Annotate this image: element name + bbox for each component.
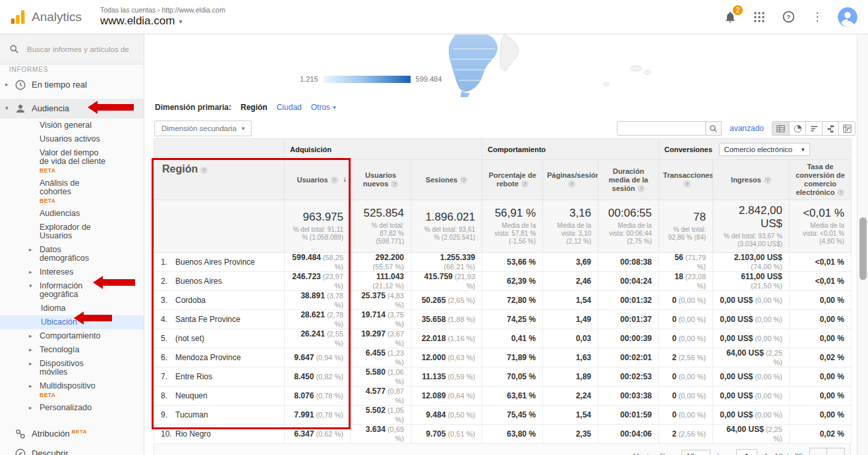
sidebar-item-explorador-de-usuarios[interactable]: Explorador de Usuarios bbox=[0, 221, 144, 243]
sidebar-item-en-tiempo-real[interactable]: ▸En tiempo real bbox=[0, 75, 144, 95]
table-pagination: Mostrar filas: 10 ▾ Ir a: 1 - 10 de 25 ‹… bbox=[154, 444, 851, 455]
sidebar-item-informacion-geografica[interactable]: ▾Información geográfica bbox=[0, 279, 144, 302]
metric-cell: 56 (71,79 %) bbox=[659, 253, 713, 272]
analytics-logo[interactable]: Analytics bbox=[0, 9, 88, 26]
column-header-tasa-de-conversion-de-comercio-electronico[interactable]: Tasa de conversión de comercio electróni… bbox=[790, 160, 852, 200]
sidebar-item-tecnologia[interactable]: ▸Tecnología bbox=[0, 343, 144, 357]
expand-icon[interactable]: ▸ bbox=[29, 246, 40, 254]
region-cell[interactable]: 7.Entre Rios bbox=[154, 367, 285, 387]
sidebar-item-label: Comportamiento bbox=[40, 332, 100, 340]
sidebar-item-valor-del-tiempo-de-vida-del-cliente[interactable]: Valor del tiempo de vida del clienteBETA bbox=[0, 146, 144, 176]
dimension-option-ciudad[interactable]: Ciudad bbox=[277, 103, 302, 112]
collapse-icon[interactable]: ▾ bbox=[29, 282, 40, 290]
sidebar-item-audiencia[interactable]: ▾Audiencia bbox=[0, 99, 144, 119]
dimension-option-otros[interactable]: Otros ▾ bbox=[311, 103, 336, 112]
region-cell[interactable]: 1.Buenos Aires Province bbox=[154, 253, 285, 272]
region-cell[interactable]: 10.Rio Negro bbox=[154, 425, 285, 444]
sidebar-item-audiencias[interactable]: Audiencias bbox=[0, 207, 144, 221]
column-header-usuarios-nuevos[interactable]: Usuarios nuevos? bbox=[351, 160, 411, 200]
metric-cell: 5.502 (1,05 %) bbox=[351, 406, 411, 425]
sidebar-item-dispositivos-moviles[interactable]: ▸Dispositivos móviles bbox=[0, 357, 144, 379]
metric-value: 0,00 % bbox=[820, 296, 844, 305]
expand-icon[interactable]: ▸ bbox=[5, 79, 14, 90]
help-icon[interactable]: ? bbox=[780, 9, 797, 26]
expand-icon[interactable]: ▸ bbox=[29, 332, 40, 340]
sidebar-item-atribucion[interactable]: AtribuciónBETA bbox=[0, 424, 144, 444]
more-options-icon[interactable]: ⋮ bbox=[809, 9, 826, 26]
breadcrumb[interactable]: Todas las cuentas › http://www.eldia.com bbox=[100, 6, 225, 14]
secondary-dimension-button[interactable]: Dimensión secundaria ▾ bbox=[154, 120, 252, 136]
sidebar-item-personalizado[interactable]: ▸Personalizado bbox=[0, 401, 144, 415]
next-page-button[interactable]: › bbox=[827, 448, 845, 455]
pivot-view-icon[interactable] bbox=[838, 122, 855, 135]
sidebar-item-intereses[interactable]: ▸Intereses bbox=[0, 265, 144, 279]
region-cell[interactable]: 6.Mendoza Province bbox=[154, 348, 285, 367]
rows-per-page-value: 10 bbox=[687, 452, 695, 455]
performance-view-icon[interactable] bbox=[805, 122, 822, 135]
column-label: Porcentaje de rebote bbox=[488, 171, 536, 188]
region-name: Santa Fe Province bbox=[175, 315, 241, 324]
help-icon: ? bbox=[568, 180, 575, 188]
column-header-transacciones[interactable]: Transacciones? bbox=[659, 160, 713, 200]
summary-subtext: Media de la vista: 57,81 % (-1,56 %) bbox=[489, 222, 536, 246]
sidebar-item-multidispositivo[interactable]: ▸MultidispositivoBETA bbox=[0, 379, 144, 401]
column-header-region[interactable]: Región? bbox=[154, 139, 285, 200]
region-cell[interactable]: 4.Santa Fe Province bbox=[154, 310, 285, 329]
metric-value: 50.265 bbox=[422, 296, 446, 305]
comparison-view-icon[interactable] bbox=[822, 122, 838, 135]
region-cell[interactable]: 3.Cordoba bbox=[154, 291, 285, 310]
sidebar-item-label: Audiencia bbox=[32, 103, 69, 114]
report-table-head: Región?AdquisiciónComportamientoConversi… bbox=[154, 139, 852, 200]
goto-page-input[interactable] bbox=[736, 449, 757, 455]
sidebar-item-datos-demograficos[interactable]: ▸Datos demográficos bbox=[0, 243, 144, 265]
column-group-conversiones: ConversionesComercio electrónico▾ bbox=[659, 139, 852, 160]
sidebar-item-vision-general[interactable]: Visión general bbox=[0, 119, 144, 132]
dimension-option-region[interactable]: Región bbox=[241, 103, 268, 112]
region-cell[interactable]: 2.Buenos Aires bbox=[154, 272, 285, 291]
metric-percentage: (1,16 %) bbox=[446, 335, 475, 342]
metric-cell: 0 (0,00 %) bbox=[659, 291, 713, 310]
table-row: 4.Santa Fe Province28.621 (2,78 %)19.714… bbox=[154, 310, 852, 329]
percentage-view-icon[interactable] bbox=[789, 122, 805, 135]
table-search-input[interactable] bbox=[617, 121, 706, 136]
expand-icon[interactable]: ▸ bbox=[29, 346, 40, 354]
sidebar-item-usuarios-activos[interactable]: Usuarios activos bbox=[0, 132, 144, 146]
sidebar-item-ubicacion[interactable]: Ubicación bbox=[0, 315, 144, 329]
column-header-paginas-sesion[interactable]: Páginas/sesión? bbox=[543, 160, 598, 200]
column-header-sesiones[interactable]: Sesiones? bbox=[411, 160, 482, 200]
column-header-usuarios[interactable]: Usuarios?↓ bbox=[285, 160, 351, 200]
sidebar-item-comportamiento[interactable]: ▸Comportamiento bbox=[0, 329, 144, 343]
column-header-porcentaje-de-rebote[interactable]: Porcentaje de rebote? bbox=[482, 160, 543, 200]
metric-percentage: (0,82 %) bbox=[314, 373, 343, 381]
region-cell[interactable]: 9.Tucuman bbox=[154, 406, 285, 425]
metric-value: 2,35 bbox=[576, 429, 591, 439]
sidebar-item-descubrir[interactable]: Descubrir bbox=[0, 444, 144, 455]
column-header-duracion-media-de-la-sesion[interactable]: Duración media de la sesión? bbox=[598, 160, 659, 200]
scrollbar-thumb[interactable] bbox=[859, 217, 867, 280]
sidebar-search[interactable]: Buscar informes y artículos de bbox=[0, 34, 144, 65]
expand-icon[interactable]: ▸ bbox=[29, 382, 40, 390]
metric-cell: 0 (0,00 %) bbox=[659, 310, 713, 329]
account-selector[interactable]: www.eldia.com ▾ bbox=[100, 14, 225, 28]
expand-icon[interactable]: ▸ bbox=[29, 268, 40, 277]
rows-per-page-select[interactable]: 10 ▾ bbox=[681, 450, 711, 455]
region-cell[interactable]: 8.Neuquen bbox=[154, 387, 285, 406]
region-cell[interactable]: 5.(not set) bbox=[154, 329, 285, 348]
notifications-bell-icon[interactable]: 2 bbox=[722, 9, 739, 26]
table-search-button[interactable] bbox=[706, 121, 722, 136]
metric-value: 70,05 % bbox=[507, 372, 536, 381]
collapse-icon[interactable]: ▾ bbox=[5, 103, 14, 114]
metric-value: 00:02:53 bbox=[620, 372, 652, 381]
sidebar-item-analisis-de-cohortes[interactable]: Análisis de cohortesBETA bbox=[0, 176, 144, 207]
vertical-scrollbar[interactable] bbox=[857, 34, 868, 455]
sidebar-item-idioma[interactable]: Idioma bbox=[0, 302, 144, 315]
column-header-ingresos[interactable]: Ingresos? bbox=[713, 160, 790, 200]
previous-page-button[interactable]: ‹ bbox=[809, 448, 827, 455]
user-avatar[interactable] bbox=[838, 7, 857, 27]
ecommerce-selector[interactable]: Comercio electrónico▾ bbox=[719, 143, 810, 156]
table-view-icon[interactable] bbox=[772, 122, 789, 135]
apps-grid-icon[interactable] bbox=[751, 9, 768, 26]
advanced-search-link[interactable]: avanzado bbox=[730, 124, 764, 133]
expand-icon[interactable]: ▸ bbox=[29, 360, 40, 368]
expand-icon[interactable]: ▸ bbox=[29, 404, 40, 412]
